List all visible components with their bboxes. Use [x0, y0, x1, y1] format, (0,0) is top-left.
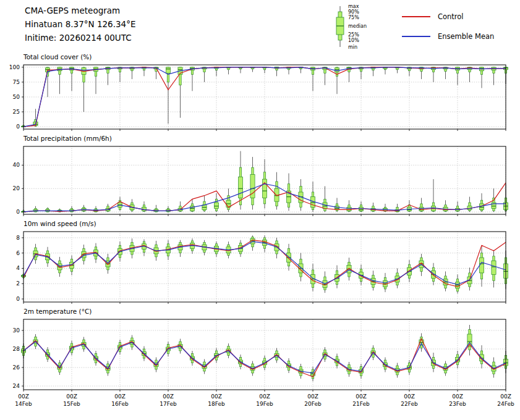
- title-block: CMA-GEPS meteogram Hinatuan 8.37°N 126.3…: [25, 4, 135, 44]
- svg-text:24Feb: 24Feb: [497, 401, 514, 407]
- svg-text:median: median: [348, 23, 367, 29]
- panel-total-cloud-cover: Total cloud cover (%) 0255075100: [0, 53, 520, 132]
- svg-text:max: max: [348, 4, 359, 9]
- svg-text:00Z: 00Z: [211, 393, 222, 400]
- svg-text:24: 24: [13, 383, 20, 389]
- svg-text:6: 6: [16, 250, 20, 256]
- svg-text:00Z: 00Z: [452, 393, 463, 400]
- control-label: Control: [438, 12, 464, 21]
- precipitation-chart: 02040: [0, 143, 520, 217]
- svg-text:20: 20: [13, 185, 20, 191]
- station-location: Hinatuan 8.37°N 126.34°E: [25, 17, 135, 31]
- svg-text:20Feb: 20Feb: [304, 401, 322, 407]
- svg-text:00Z: 00Z: [163, 393, 174, 400]
- svg-text:0: 0: [16, 124, 20, 130]
- svg-text:40: 40: [13, 162, 20, 168]
- svg-text:22Feb: 22Feb: [401, 401, 418, 407]
- svg-text:16Feb: 16Feb: [111, 401, 129, 407]
- svg-text:75%: 75%: [348, 15, 359, 20]
- svg-text:90%: 90%: [348, 9, 359, 15]
- svg-text:2: 2: [16, 280, 20, 287]
- panel-temperature: 2m temperature (°C) 2426283000Z14Feb00Z1…: [0, 308, 520, 410]
- svg-text:0: 0: [16, 296, 20, 302]
- precipitation-title: Total precipitation (mm/6h): [23, 135, 520, 143]
- svg-text:23Feb: 23Feb: [449, 401, 466, 407]
- svg-text:8: 8: [16, 235, 20, 241]
- control-line-sample: [402, 16, 430, 17]
- wind-speed-title: 10m wind speed (m/s): [23, 220, 520, 228]
- wind-speed-chart: 02468: [0, 228, 520, 305]
- svg-text:26: 26: [13, 364, 20, 371]
- page-title: CMA-GEPS meteogram: [25, 4, 135, 17]
- svg-text:00Z: 00Z: [18, 393, 29, 400]
- svg-text:19Feb: 19Feb: [256, 401, 273, 407]
- svg-text:00Z: 00Z: [66, 393, 77, 400]
- svg-text:00Z: 00Z: [259, 393, 270, 400]
- svg-text:28: 28: [13, 346, 20, 352]
- svg-text:18Feb: 18Feb: [208, 401, 225, 407]
- svg-text:4: 4: [16, 265, 20, 271]
- svg-text:17Feb: 17Feb: [160, 401, 177, 407]
- boxplot-legend-glyph: max90%75%median25%10%min: [331, 4, 399, 52]
- svg-text:00Z: 00Z: [356, 393, 367, 400]
- svg-text:25: 25: [13, 109, 20, 115]
- svg-text:00Z: 00Z: [307, 393, 318, 400]
- svg-text:15Feb: 15Feb: [63, 401, 80, 407]
- cloud-cover-chart: 0255075100: [0, 61, 520, 132]
- svg-text:0: 0: [16, 209, 20, 215]
- svg-text:21Feb: 21Feb: [352, 401, 370, 407]
- header: CMA-GEPS meteogram Hinatuan 8.37°N 126.3…: [0, 0, 520, 51]
- line-legend: Control Ensemble Mean: [402, 12, 494, 52]
- temperature-title: 2m temperature (°C): [23, 308, 520, 316]
- panel-wind-speed: 10m wind speed (m/s) 02468: [0, 220, 520, 305]
- svg-text:75: 75: [13, 79, 20, 85]
- svg-text:14Feb: 14Feb: [15, 401, 32, 407]
- cloud-cover-title: Total cloud cover (%): [23, 53, 520, 61]
- svg-text:50: 50: [13, 94, 20, 100]
- svg-text:00Z: 00Z: [114, 393, 126, 400]
- svg-text:30: 30: [13, 327, 20, 334]
- init-time: Initime: 20260214 00UTC: [25, 31, 135, 44]
- svg-text:00Z: 00Z: [404, 393, 415, 400]
- svg-text:10%: 10%: [348, 38, 359, 43]
- svg-text:min: min: [348, 44, 357, 50]
- temperature-chart: 2426283000Z14Feb00Z15Feb00Z16Feb00Z17Feb…: [0, 316, 520, 410]
- ensemble-label: Ensemble Mean: [438, 32, 494, 41]
- legend-entry-control: Control: [402, 12, 494, 21]
- meteogram-page: CMA-GEPS meteogram Hinatuan 8.37°N 126.3…: [0, 0, 520, 420]
- svg-text:100: 100: [9, 64, 20, 70]
- boxplot-legend: max90%75%median25%10%min: [331, 4, 399, 52]
- svg-text:25%: 25%: [348, 32, 359, 38]
- panel-total-precipitation: Total precipitation (mm/6h) 02040: [0, 135, 520, 217]
- legend-entry-ensemble: Ensemble Mean: [402, 32, 494, 41]
- svg-text:00Z: 00Z: [500, 393, 511, 400]
- ensemble-line-sample: [402, 36, 430, 37]
